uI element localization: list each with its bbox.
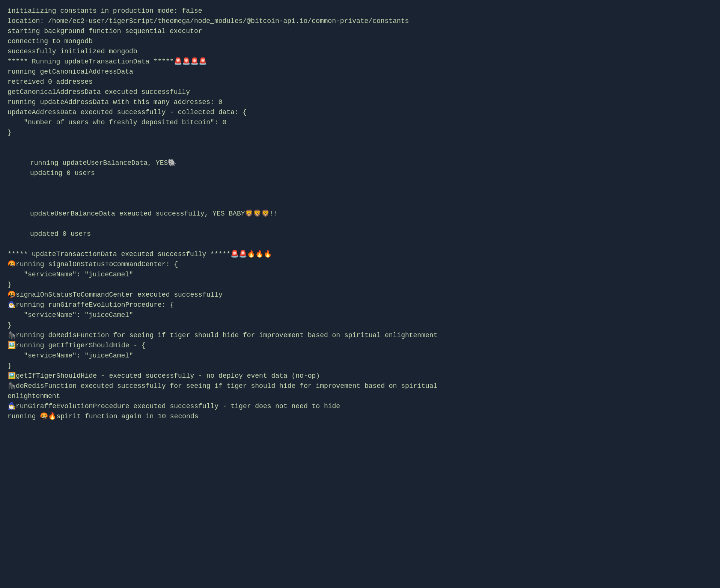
terminal-line: successfully initialized mongodb [8,47,712,57]
terminal-line: updating 0 users [8,168,712,178]
terminal-output: initializing constants in production mod… [8,6,712,422]
terminal-line: location: /home/ec2-user/tigerScript/the… [8,16,712,26]
terminal-line: } [8,361,712,371]
terminal-line: 🖼️running getIfTigerShouldHide - { [8,341,712,351]
terminal-line: enlightenment [8,391,712,401]
terminal-line: running updateUserBalanceData, YES🐘 [8,158,712,168]
terminal-line: 🦍running doRedisFunction for seeing if t… [8,330,712,341]
terminal-line: retreived 0 addresses [8,77,712,87]
terminal-line: updateAddressData executed successfully … [8,107,712,118]
terminal-line: running 🤬🔥spirit function again in 10 se… [8,412,712,422]
blank-line [8,138,712,148]
blank-line [8,199,712,209]
blank-line [8,188,712,199]
terminal-line: 🖼️getIfTigerShouldHide - executed succes… [8,371,712,381]
terminal-line: ***** Running updateTransactionData ****… [8,57,712,67]
terminal-line: starting background function sequential … [8,26,712,36]
blank-line [8,239,712,249]
terminal-line: "serviceName": "juiceCamel" [8,270,712,280]
terminal-line: } [8,320,712,330]
terminal-line: 🦍doRedisFunction executed successfully f… [8,381,712,391]
terminal-line: updateUserBalanceData exeucted successfu… [8,209,712,219]
terminal-line: } [8,280,712,290]
blank-line [8,148,712,158]
terminal-line: 🤬running signalOnStatusToCommandCenter: … [8,259,712,270]
blank-line [8,219,712,229]
terminal-line: initializing constants in production mod… [8,6,712,16]
terminal-line: 🤬signalOnStatusToCommandCenter executed … [8,290,712,300]
terminal-line: 🧙‍♂️running runGiraffeEvolutionProcedure… [8,300,712,310]
terminal-line: "serviceName": "juiceCamel" [8,351,712,361]
terminal-line: updated 0 users [8,229,712,239]
terminal-line: "number of users who freshly deposited b… [8,118,712,128]
terminal-line: "serviceName": "juiceCamel" [8,310,712,320]
terminal-line: } [8,128,712,138]
terminal-line: running updateAddressData with this many… [8,97,712,107]
terminal-line: getCanonicalAddressData executed success… [8,87,712,97]
blank-line [8,178,712,188]
terminal-line: connecting to mongodb [8,36,712,47]
terminal-line: 🧙‍♂️runGiraffeEvolutionProcedure execute… [8,401,712,412]
terminal-line: ***** updateTransactionData executed suc… [8,249,712,259]
terminal-line: running getCanonicalAddressData [8,67,712,77]
